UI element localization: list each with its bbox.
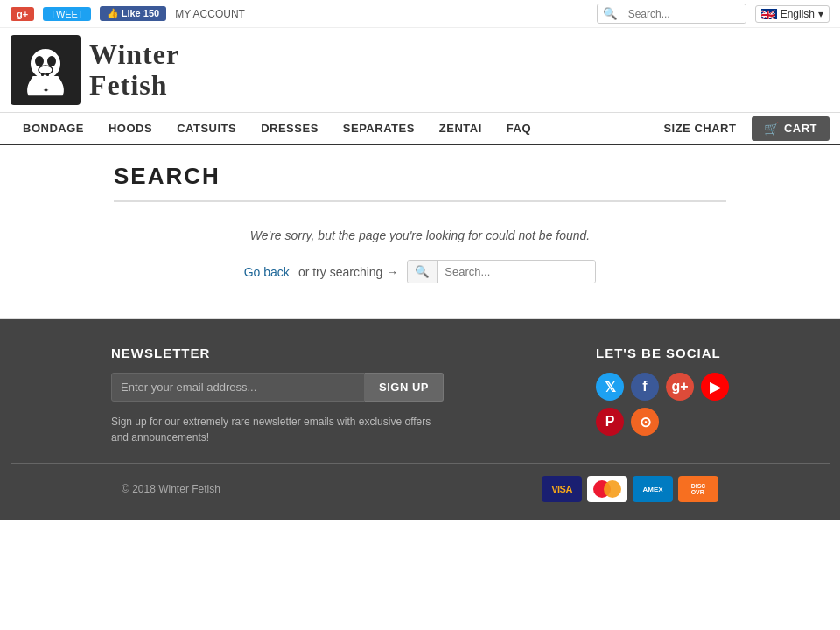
fb-like-label: 👍 Like 150 xyxy=(107,8,159,19)
svg-text:✦: ✦ xyxy=(43,87,49,94)
facebook-icon[interactable]: f xyxy=(631,373,659,401)
cart-button[interactable]: 🛒 CART xyxy=(752,116,830,141)
my-account-link[interactable]: MY ACCOUNT xyxy=(175,8,245,20)
svg-point-1 xyxy=(35,56,44,66)
svg-rect-4 xyxy=(41,73,44,76)
top-bar-right: 🔍 English ▾ xyxy=(597,4,830,24)
gplus-icon: g+ xyxy=(17,9,28,19)
inline-search-input[interactable] xyxy=(438,261,595,283)
social-section: LET'S BE SOCIAL 𝕏 f g+ ▶ P ⊙ xyxy=(596,346,729,445)
sign-up-button[interactable]: SIGN UP xyxy=(365,373,444,402)
search-heading: SEARCH xyxy=(114,163,726,202)
language-label: English xyxy=(780,8,815,20)
newsletter-title: NEWSLETTER xyxy=(111,346,444,360)
nav-item-bondage[interactable]: BONDAGE xyxy=(10,113,96,144)
visa-card-icon: VISA xyxy=(542,476,582,502)
newsletter-section: NEWSLETTER SIGN UP Sign up for our extre… xyxy=(111,346,444,445)
header-search-input[interactable] xyxy=(623,5,746,23)
nav-item-catsuits[interactable]: CATSUITS xyxy=(164,113,248,144)
social-title: LET'S BE SOCIAL xyxy=(596,346,729,360)
newsletter-description: Sign up for our extremely rare newslette… xyxy=(111,414,444,445)
youtube-icon[interactable]: ▶ xyxy=(701,373,729,401)
svg-point-2 xyxy=(47,56,56,66)
nav-item-zentai[interactable]: ZENTAI xyxy=(427,113,494,144)
top-bar-left: g+ TWEET 👍 Like 150 MY ACCOUNT xyxy=(10,6,245,21)
logo-image: ✦ xyxy=(10,35,80,105)
flag-icon xyxy=(761,9,777,19)
header-search-wrap: 🔍 xyxy=(597,4,746,24)
logo[interactable]: ✦ Winter Fetish xyxy=(10,35,179,105)
language-selector[interactable]: English ▾ xyxy=(755,5,830,23)
tweet-label: TWEET xyxy=(50,9,84,19)
inline-search-icon-button[interactable]: 🔍 xyxy=(408,261,438,283)
or-try-text: or try searching → xyxy=(298,265,398,279)
email-input-row: SIGN UP xyxy=(111,373,444,402)
inline-search-wrap: 🔍 xyxy=(407,260,596,284)
content-area: SEARCH We're sorry, but the page you're … xyxy=(0,145,840,319)
header-search-icon-button[interactable]: 🔍 xyxy=(598,4,623,23)
top-bar: g+ TWEET 👍 Like 150 MY ACCOUNT 🔍 English… xyxy=(0,0,840,28)
svg-rect-5 xyxy=(46,73,49,76)
mastercard-icon xyxy=(587,476,627,502)
footer: NEWSLETTER SIGN UP Sign up for our extre… xyxy=(0,319,840,520)
discover-card-icon: DISCOVR xyxy=(678,476,718,502)
tweet-button[interactable]: TWEET xyxy=(43,7,91,21)
not-found-message: We're sorry, but the page you're looking… xyxy=(114,228,726,242)
social-icons-row-2: P ⊙ xyxy=(596,408,729,436)
main-header: ✦ Winter Fetish xyxy=(0,28,840,113)
main-nav: BONDAGE HOODS CATSUITS DRESSES SEPARATES… xyxy=(0,113,840,145)
facebook-like[interactable]: 👍 Like 150 xyxy=(100,6,166,21)
google-plus-social-icon[interactable]: g+ xyxy=(666,373,694,401)
cart-icon: 🛒 xyxy=(764,122,780,136)
footer-inner: NEWSLETTER SIGN UP Sign up for our extre… xyxy=(10,346,830,445)
site-name: Winter Fetish xyxy=(89,39,179,101)
nav-right-group: SIZE CHART 🛒 CART xyxy=(651,116,830,141)
nav-item-dresses[interactable]: DRESSES xyxy=(248,113,331,144)
nav-item-separates[interactable]: SEPARATES xyxy=(331,113,427,144)
rss-icon[interactable]: ⊙ xyxy=(631,408,659,436)
cart-label: CART xyxy=(784,122,817,135)
language-arrow-icon: ▾ xyxy=(818,8,823,20)
mastercard-circles xyxy=(593,480,621,498)
nav-item-hoods[interactable]: HOODS xyxy=(96,113,164,144)
social-icons-row-1: 𝕏 f g+ ▶ xyxy=(596,373,729,401)
footer-bottom: © 2018 Winter Fetish VISA AMEX DISCOVR xyxy=(10,463,830,502)
pinterest-icon[interactable]: P xyxy=(596,408,624,436)
copyright: © 2018 Winter Fetish xyxy=(122,483,220,495)
svg-point-3 xyxy=(38,66,52,74)
google-plus-button[interactable]: g+ xyxy=(10,7,34,21)
twitter-icon[interactable]: 𝕏 xyxy=(596,373,624,401)
payment-icons: VISA AMEX DISCOVR xyxy=(542,476,718,502)
email-input[interactable] xyxy=(111,373,365,402)
amex-card-icon: AMEX xyxy=(633,476,673,502)
size-chart-button[interactable]: SIZE CHART xyxy=(651,116,748,140)
go-back-link[interactable]: Go back xyxy=(244,265,290,279)
search-again-row: Go back or try searching → 🔍 xyxy=(114,260,726,284)
nav-item-faq[interactable]: FAQ xyxy=(494,113,543,144)
